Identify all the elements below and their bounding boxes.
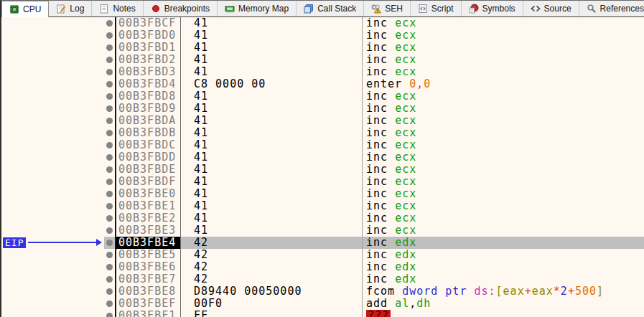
breakpoint-gutter[interactable]: [104, 54, 115, 66]
disasm-row[interactable]: 00B3FBD941inc ecx: [1, 103, 644, 115]
disasm-row[interactable]: 00B3FBE8D89440 00050000fcom dword ptr ds…: [1, 285, 644, 298]
breakpoint-gutter[interactable]: [104, 139, 115, 151]
tab-source[interactable]: Source: [523, 1, 579, 16]
breakpoint-gutter[interactable]: [104, 249, 115, 261]
breakpoint-gutter[interactable]: [104, 224, 115, 237]
tab-script[interactable]: Script: [411, 1, 462, 16]
breakpoint-dot-icon[interactable]: [106, 130, 113, 136]
breakpoint-dot-icon[interactable]: [106, 44, 113, 51]
breakpoint-dot-icon[interactable]: [106, 32, 113, 39]
eip-arrow-head-icon: [96, 239, 102, 246]
jump-gutter: [1, 90, 104, 103]
breakpoint-dot-icon[interactable]: [106, 179, 113, 185]
breakpoint-dot-icon[interactable]: [106, 154, 113, 161]
breakpoint-dot-icon[interactable]: [106, 264, 113, 270]
tab-cpu[interactable]: CPU: [1, 1, 49, 17]
disasm-row[interactable]: 00B3FBD841inc ecx: [1, 90, 644, 103]
breakpoint-gutter[interactable]: [104, 212, 115, 224]
breakpoint-dot-icon[interactable]: [106, 69, 113, 75]
disasm-row[interactable]: 00B3FBCF41inc ecx: [1, 17, 644, 29]
tab-seh[interactable]: SEH: [364, 1, 411, 16]
tab-notes[interactable]: Notes: [92, 1, 143, 16]
disasm-row[interactable]: 00B3FBDB41inc ecx: [1, 127, 644, 139]
breakpoint-gutter[interactable]: [104, 164, 115, 176]
disasm-row[interactable]: 00B3FBE141inc ecx: [1, 200, 644, 212]
disasm-row[interactable]: 00B3FBE241inc ecx: [1, 212, 644, 224]
disasm-row[interactable]: EIP00B3FBE442inc edx: [1, 237, 644, 249]
breakpoint-dot-icon[interactable]: [106, 240, 113, 246]
disasm-row[interactable]: 00B3FBD041inc ecx: [1, 29, 644, 42]
breakpoint-dot-icon[interactable]: [106, 118, 113, 124]
breakpoint-gutter[interactable]: [104, 310, 115, 317]
tab-memory-map[interactable]: Memory Map: [218, 1, 297, 16]
bytes-cell: FF: [181, 310, 363, 317]
breakpoint-gutter[interactable]: [104, 285, 115, 298]
breakpoint-dot-icon[interactable]: [106, 313, 113, 317]
breakpoint-gutter[interactable]: [104, 42, 115, 54]
bytes-cell: D89440 00050000: [181, 285, 363, 298]
breakpoint-dot-icon[interactable]: [106, 191, 113, 197]
disassembly-panel[interactable]: 00B3FBCF41inc ecx00B3FBD041inc ecx00B3FB…: [1, 17, 644, 317]
disasm-row[interactable]: 00B3FBD4C8 0000 00enter 0,0: [1, 78, 644, 90]
breakpoint-dot-icon[interactable]: [106, 227, 113, 234]
breakpoint-gutter[interactable]: [104, 273, 115, 285]
instruction-cell: inc ecx: [363, 139, 644, 151]
address-cell: 00B3FBDA: [115, 115, 181, 127]
instruction-token: ecx: [395, 42, 416, 54]
tab-call-stack[interactable]: Call Stack: [297, 1, 364, 16]
breakpoint-gutter[interactable]: [104, 200, 115, 212]
breakpoint-dot-icon[interactable]: [106, 93, 113, 100]
breakpoint-gutter[interactable]: [104, 103, 115, 115]
breakpoint-dot-icon[interactable]: [106, 20, 113, 27]
disasm-row[interactable]: 00B3FBE742inc edx: [1, 273, 644, 285]
instruction-cell: fcom dword ptr ds:[eax+eax*2+500]: [363, 285, 644, 298]
disasm-row[interactable]: 00B3FBDC41inc ecx: [1, 139, 644, 151]
breakpoint-gutter[interactable]: [104, 66, 115, 78]
disasm-row[interactable]: 00B3FBF1FF???: [1, 310, 644, 317]
breakpoint-dot-icon[interactable]: [106, 288, 113, 295]
breakpoint-gutter[interactable]: [104, 17, 115, 29]
breakpoint-gutter[interactable]: [104, 90, 115, 103]
tab-log[interactable]: Log: [49, 1, 92, 16]
breakpoint-gutter[interactable]: [104, 78, 115, 90]
breakpoint-gutter[interactable]: [104, 127, 115, 139]
breakpoint-dot-icon[interactable]: [106, 57, 113, 63]
disasm-row[interactable]: 00B3FBDF41inc ecx: [1, 176, 644, 188]
breakpoint-gutter[interactable]: [104, 151, 115, 164]
breakpoint-gutter[interactable]: [104, 29, 115, 42]
breakpoint-dot-icon[interactable]: [106, 142, 113, 148]
breakpoint-gutter[interactable]: [104, 115, 115, 127]
breakpoint-dot-icon[interactable]: [106, 166, 113, 173]
disasm-row[interactable]: 00B3FBDD41inc ecx: [1, 151, 644, 164]
breakpoint-dot-icon[interactable]: [106, 215, 113, 222]
disasm-row[interactable]: 00B3FBDE41inc ecx: [1, 164, 644, 176]
tab-symbols[interactable]: Symbols: [462, 1, 523, 16]
breakpoint-dot-icon[interactable]: [106, 276, 113, 283]
bytes-cell: 42: [181, 273, 363, 285]
disasm-row[interactable]: 00B3FBE341inc ecx: [1, 224, 644, 237]
breakpoint-dot-icon[interactable]: [106, 81, 113, 87]
disasm-row[interactable]: 00B3FBEF00F0add al,dh: [1, 298, 644, 310]
disasm-row[interactable]: 00B3FBDA41inc ecx: [1, 115, 644, 127]
tab-breakpoints[interactable]: Breakpoints: [144, 1, 218, 16]
disasm-row[interactable]: 00B3FBD241inc ecx: [1, 54, 644, 66]
breakpoint-dot-icon[interactable]: [106, 252, 113, 258]
eip-arrow-line: [28, 242, 97, 243]
breakpoint-gutter[interactable]: [104, 176, 115, 188]
breakpoint-gutter[interactable]: [104, 188, 115, 200]
disasm-row[interactable]: 00B3FBD141inc ecx: [1, 42, 644, 54]
breakpoint-gutter[interactable]: [104, 298, 115, 310]
disasm-row[interactable]: 00B3FBE642inc edx: [1, 261, 644, 273]
seh-icon: [371, 4, 381, 14]
breakpoint-gutter[interactable]: [104, 261, 115, 273]
breakpoint-dot-icon[interactable]: [106, 301, 113, 307]
disasm-row[interactable]: 00B3FBE041inc ecx: [1, 188, 644, 200]
breakpoint-dot-icon[interactable]: [106, 203, 113, 209]
tab-label: References: [600, 4, 644, 14]
breakpoint-gutter[interactable]: [104, 237, 115, 249]
disasm-row[interactable]: 00B3FBE542inc edx: [1, 249, 644, 261]
tab-references[interactable]: References: [579, 1, 644, 16]
disasm-row[interactable]: 00B3FBD341inc ecx: [1, 66, 644, 78]
breakpoint-dot-icon[interactable]: [106, 105, 113, 112]
instruction-token: inc: [366, 176, 395, 188]
